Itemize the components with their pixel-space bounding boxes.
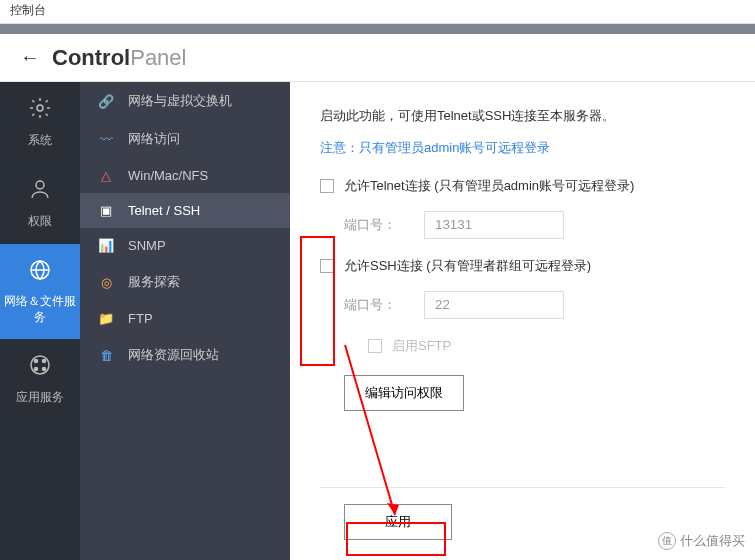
sidebar-item-label: Telnet / SSH [128, 203, 200, 218]
sftp-checkbox[interactable] [368, 339, 382, 353]
telnet-port-label: 端口号： [344, 216, 424, 234]
svg-point-7 [43, 368, 46, 371]
telnet-checkbox[interactable] [320, 179, 334, 193]
brand-bold: Control [52, 45, 130, 70]
folder-icon: 📁 [96, 311, 116, 326]
category-label: 权限 [28, 213, 52, 230]
gear-icon [28, 96, 52, 126]
ssh-row: 允许SSH连接 (只有管理者群组可远程登录) [320, 257, 725, 275]
svg-point-4 [35, 360, 38, 363]
sftp-row: 启用SFTP [368, 337, 725, 355]
svg-point-5 [43, 360, 46, 363]
ssh-label: 允许SSH连接 (只有管理者群组可远程登录) [344, 257, 591, 275]
ssh-port-row: 端口号： [344, 291, 725, 319]
telnet-label: 允许Telnet连接 (只有管理员admin账号可远程登录) [344, 177, 634, 195]
radar-icon: ◎ [96, 275, 116, 290]
content-panel: 启动此功能，可使用Telnet或SSH连接至本服务器。 注意：只有管理员admi… [290, 82, 755, 560]
sidebar-item-telnetssh[interactable]: ▣Telnet / SSH [80, 193, 290, 228]
apps-icon [28, 353, 52, 383]
wave-icon: 〰 [96, 132, 116, 147]
category-apps[interactable]: 应用服务 [0, 339, 80, 420]
telnet-port-row: 端口号： [344, 211, 725, 239]
sidebar-item-label: FTP [128, 311, 153, 326]
sidebar-item-label: SNMP [128, 238, 166, 253]
globe-icon [28, 258, 52, 288]
sidebar-item-vswitch[interactable]: 🔗网络与虚拟交换机 [80, 82, 290, 120]
description-text: 启动此功能，可使用Telnet或SSH连接至本服务器。 [320, 106, 725, 127]
notice-text: 注意：只有管理员admin账号可远程登录 [320, 139, 725, 157]
telnet-row: 允许Telnet连接 (只有管理员admin账号可远程登录) [320, 177, 725, 195]
sidebar-item-netaccess[interactable]: 〰网络访问 [80, 120, 290, 158]
watermark-badge-icon: 值 [658, 532, 676, 550]
category-label: 网络＆文件服务 [0, 294, 80, 325]
back-arrow-icon[interactable]: ← [20, 46, 40, 69]
bars-icon: 📊 [96, 238, 116, 253]
sidebar-item-label: 网络与虚拟交换机 [128, 92, 232, 110]
svg-point-3 [31, 356, 49, 374]
sidebar-item-label: Win/Mac/NFS [128, 168, 208, 183]
category-label: 系统 [28, 132, 52, 149]
svg-point-1 [36, 181, 44, 189]
apply-button[interactable]: 应用 [344, 504, 452, 540]
sidebar-item-label: 网络访问 [128, 130, 180, 148]
gray-divider [0, 24, 755, 34]
svg-point-6 [35, 368, 38, 371]
brand-title: ControlPanel [52, 45, 186, 71]
header: ← ControlPanel [0, 34, 755, 82]
triangle-icon: △ [96, 168, 116, 183]
category-privileges[interactable]: 权限 [0, 163, 80, 244]
category-label: 应用服务 [16, 389, 64, 406]
sftp-label: 启用SFTP [392, 337, 451, 355]
sidebar-item-ftp[interactable]: 📁FTP [80, 301, 290, 336]
telnet-port-input[interactable] [424, 211, 564, 239]
sidebar-item-winmacnfs[interactable]: △Win/Mac/NFS [80, 158, 290, 193]
edit-permissions-button[interactable]: 编辑访问权限 [344, 375, 464, 411]
terminal-icon: ▣ [96, 203, 116, 218]
ssh-checkbox[interactable] [320, 259, 334, 273]
trash-icon: 🗑 [96, 348, 116, 363]
category-network[interactable]: 网络＆文件服务 [0, 244, 80, 339]
brand-light: Panel [130, 45, 186, 70]
sidebar-item-recycle[interactable]: 🗑网络资源回收站 [80, 336, 290, 374]
sidebar-item-snmp[interactable]: 📊SNMP [80, 228, 290, 263]
network-switch-icon: 🔗 [96, 94, 116, 109]
window-titlebar: 控制台 [0, 0, 755, 24]
svg-point-0 [37, 105, 43, 111]
sidebar-item-label: 网络资源回收站 [128, 346, 219, 364]
category-sidebar: 系统 权限 网络＆文件服务 应用服务 [0, 82, 80, 560]
sidebar-item-discovery[interactable]: ◎服务探索 [80, 263, 290, 301]
ssh-port-label: 端口号： [344, 296, 424, 314]
watermark: 值 什么值得买 [658, 532, 745, 550]
watermark-text: 什么值得买 [680, 532, 745, 550]
ssh-port-input[interactable] [424, 291, 564, 319]
sub-sidebar: 🔗网络与虚拟交换机 〰网络访问 △Win/Mac/NFS ▣Telnet / S… [80, 82, 290, 560]
user-icon [28, 177, 52, 207]
category-system[interactable]: 系统 [0, 82, 80, 163]
sidebar-item-label: 服务探索 [128, 273, 180, 291]
